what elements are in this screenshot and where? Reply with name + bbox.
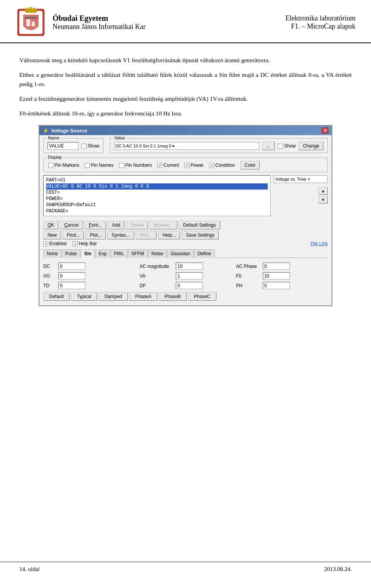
va-param: VA: [140, 272, 231, 280]
phasec-preset-button[interactable]: PhaseC: [188, 292, 216, 301]
font-button[interactable]: Font...: [85, 221, 106, 229]
ac-magnitude-label: AC magnitude: [140, 264, 174, 269]
ac-phase-label: AC Phase: [236, 264, 261, 269]
pin-numbers-checkbox[interactable]: [119, 163, 124, 168]
tab-pulse[interactable]: Pulse: [62, 249, 80, 258]
tab-none[interactable]: None: [43, 249, 61, 258]
plot-button[interactable]: Plot...: [85, 231, 106, 239]
condition-checkbox[interactable]: [209, 163, 214, 168]
prop-row-package[interactable]: PACKAGE=: [46, 208, 268, 214]
nav-down-button[interactable]: ▼: [318, 196, 328, 203]
tab-sffm[interactable]: SFFM: [128, 249, 148, 258]
titlebar-left: ⚡ Voltage Source: [43, 128, 87, 134]
prop-row-value[interactable]: VALUE=DC 0 AC 10 0 Sin 0 1 1meg 0 0 0: [46, 183, 268, 190]
help-button[interactable]: Help...: [158, 231, 180, 239]
ibis-button[interactable]: IBIS...: [136, 231, 157, 239]
delete-button[interactable]: Delete: [126, 221, 148, 229]
value-show-checkbox[interactable]: [278, 144, 283, 149]
pin-names-group: Pin Names: [85, 163, 114, 168]
browse-button[interactable]: Browse...: [150, 221, 177, 229]
prop-row-cost[interactable]: COST=: [46, 190, 268, 196]
value-section: Value DC 0 AC 10 0 Sin 0 1 1meg 0 ▾ ... …: [110, 138, 328, 153]
props-panel: PART=V1 VALUE=DC 0 AC 10 0 Sin 0 1 1meg …: [43, 175, 271, 219]
pin-markers-label: Pin Markers: [54, 163, 79, 168]
ph-input[interactable]: [263, 282, 290, 289]
pin-markers-checkbox[interactable]: [48, 163, 53, 168]
name-input[interactable]: [48, 142, 78, 150]
paragraph-3: Ezzel a feszültséggenerátor kimenetén me…: [19, 94, 352, 103]
prop-row-power[interactable]: POWER=: [46, 196, 268, 202]
ph-label: PH: [236, 283, 261, 288]
value-show-label: Show: [284, 143, 296, 149]
dialog-close-button[interactable]: ✕: [322, 127, 328, 134]
page-number: 14. oldal: [19, 566, 40, 573]
damped-preset-button[interactable]: Damped: [99, 292, 128, 301]
phasea-preset-button[interactable]: PhaseA: [129, 292, 157, 301]
ac-magnitude-input[interactable]: [176, 263, 203, 270]
current-checkbox[interactable]: [157, 163, 162, 168]
buttons-row-2: New Find... Plot... Syntax... IBIS... He…: [43, 231, 328, 239]
df-input[interactable]: [176, 282, 203, 289]
pin-markers-group: Pin Markers: [48, 163, 79, 168]
dc-param: DC: [43, 263, 135, 270]
typical-preset-button[interactable]: Typical: [71, 292, 97, 301]
ac-phase-input[interactable]: [263, 263, 290, 270]
ok-button[interactable]: OK: [43, 221, 58, 229]
dialog-body: Name Show Value DC 0 AC 10 0 Sin 0 1 1me…: [39, 135, 332, 305]
tab-pwl[interactable]: PWL: [111, 249, 128, 258]
find-button[interactable]: Find...: [63, 231, 84, 239]
tab-noise[interactable]: Noise: [148, 249, 167, 258]
value-dropdown[interactable]: DC 0 AC 10 0 Sin 0 1 1meg 0 ▾: [114, 142, 259, 150]
df-label: DF: [140, 283, 174, 288]
help-bar-group: Help Bar: [73, 241, 97, 246]
vo-input[interactable]: [58, 272, 85, 280]
svg-rect-8: [25, 17, 37, 19]
prop-row-shapegroup[interactable]: SHAPEGROUP=Default: [46, 202, 268, 208]
tab-gaussian[interactable]: Gaussian: [167, 249, 194, 258]
add-button[interactable]: Add: [108, 221, 124, 229]
color-button[interactable]: Color: [240, 161, 260, 169]
va-input[interactable]: [176, 272, 203, 280]
f0-input[interactable]: [263, 272, 290, 280]
page-footer: 14. oldal 2013.08.24.: [0, 562, 371, 573]
tab-exp[interactable]: Exp: [95, 249, 110, 258]
pin-names-checkbox[interactable]: [85, 163, 90, 168]
dialog-title: Voltage Source: [51, 128, 87, 134]
pin-numbers-label: Pin Numbers: [125, 163, 152, 168]
paragraph-2: Ehhez a generátor beállításánál a tábláz…: [19, 70, 352, 89]
buttons-row-1: OK Cancel Font... Add Delete Browse... D…: [43, 221, 328, 229]
file-link[interactable]: File Link: [310, 241, 328, 246]
current-group: Current: [157, 163, 179, 168]
plot-dropdown[interactable]: Voltage vs. Time ▾: [274, 175, 328, 183]
default-settings-button[interactable]: Default Settings: [179, 221, 220, 229]
syntax-button[interactable]: Syntax...: [107, 231, 134, 239]
enabled-checkbox[interactable]: [43, 241, 48, 246]
ac-magnitude-param: AC magnitude: [140, 263, 231, 270]
browse-dots-button[interactable]: ...: [262, 142, 275, 150]
condition-group: Condition: [209, 163, 235, 168]
tab-sin[interactable]: Sin: [81, 249, 95, 258]
name-show-checkbox[interactable]: [82, 144, 87, 149]
university-name: Óbudai Egyetem: [53, 14, 286, 23]
save-settings-button[interactable]: Save Settings: [182, 231, 219, 239]
prop-row-part[interactable]: PART=V1: [46, 177, 268, 183]
dc-input[interactable]: [58, 263, 85, 270]
svg-rect-4: [30, 7, 32, 11]
va-label: VA: [140, 273, 174, 279]
svg-rect-6: [26, 19, 30, 26]
nav-up-button[interactable]: ▲: [318, 187, 328, 195]
td-input[interactable]: [58, 282, 85, 289]
sin-params-area: DC AC magnitude AC Phase: [43, 261, 328, 302]
help-bar-checkbox[interactable]: [73, 241, 78, 246]
power-label: Power: [191, 163, 204, 168]
tab-define[interactable]: Define: [194, 249, 214, 258]
phaseb-preset-button[interactable]: PhaseB: [159, 292, 187, 301]
default-preset-button[interactable]: Default: [43, 292, 70, 301]
name-section-label: Name: [47, 136, 60, 140]
right-panel: Voltage vs. Time ▾ ▲ ▼: [274, 175, 328, 219]
props-list[interactable]: PART=V1 VALUE=DC 0 AC 10 0 Sin 0 1 1meg …: [43, 175, 271, 216]
power-checkbox[interactable]: [184, 163, 189, 168]
new-button[interactable]: New: [43, 231, 61, 239]
change-button[interactable]: Change: [299, 142, 323, 150]
cancel-button[interactable]: Cancel: [60, 221, 83, 229]
